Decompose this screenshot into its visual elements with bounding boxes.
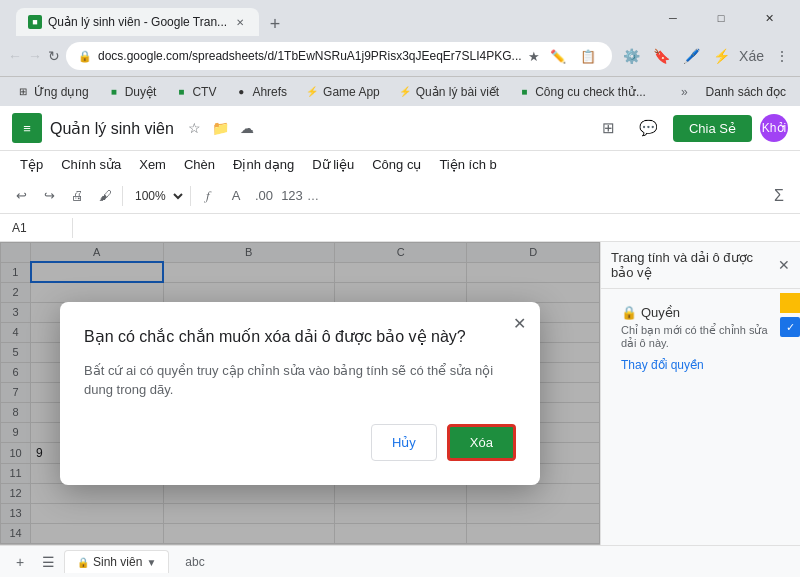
move-file-button[interactable]: 📁 bbox=[210, 117, 232, 139]
menu-dinh-dang[interactable]: Định dạng bbox=[225, 153, 302, 176]
bookmark-ahrefs[interactable]: ● Ahrefs bbox=[226, 82, 295, 102]
right-panel-body: 🔒 Quyền Chỉ bạn mới có thể chỉnh sửa dải… bbox=[601, 289, 800, 388]
address-bar[interactable]: 🔒 docs.google.com/spreadsheets/d/1TbEwNS… bbox=[66, 42, 612, 70]
toolbar-divider-2 bbox=[190, 186, 191, 206]
close-button[interactable]: ✕ bbox=[746, 0, 792, 36]
sheet-tab-sinh-vien[interactable]: 🔒 Sinh viên ▼ bbox=[64, 550, 169, 573]
zoom-select[interactable]: 100% bbox=[127, 186, 186, 206]
forward-button[interactable]: → bbox=[28, 42, 42, 70]
cloud-status-button[interactable]: ☁ bbox=[236, 117, 258, 139]
sheets-app: ≡ Quản lý sinh viên ☆ 📁 ☁ ⊞ 💬 Chia Sẻ Kh… bbox=[0, 106, 800, 577]
refresh-button[interactable]: ↻ bbox=[48, 42, 60, 70]
history-icon[interactable]: ⊞ bbox=[593, 112, 625, 144]
change-permission-link[interactable]: Thay đổi quyền bbox=[621, 358, 780, 372]
back-button[interactable]: ← bbox=[8, 42, 22, 70]
star-file-button[interactable]: ☆ bbox=[184, 117, 206, 139]
sheet-tab-abc[interactable]: abc bbox=[173, 551, 216, 573]
right-panel-title: Trang tính và dải ô được bảo vệ bbox=[611, 250, 753, 280]
address-text: docs.google.com/spreadsheets/d/1TbEwNSRu… bbox=[98, 49, 522, 63]
new-tab-button[interactable]: + bbox=[263, 12, 287, 36]
protection-label: Quyền bbox=[641, 305, 680, 320]
currency-button[interactable]: 123 bbox=[279, 183, 305, 209]
menu-du-lieu[interactable]: Dữ liệu bbox=[304, 153, 362, 176]
browser-menu-icon[interactable]: ⋮ bbox=[768, 42, 796, 70]
menu-chen[interactable]: Chèn bbox=[176, 153, 223, 176]
bookmark-cong-cu-label: Công cu check thử... bbox=[535, 85, 646, 99]
congcu-favicon: ■ bbox=[517, 85, 531, 99]
menu-chinh-sua[interactable]: Chính sửa bbox=[53, 153, 129, 176]
bookmark-quan-ly[interactable]: ⚡ Quản lý bài viết bbox=[390, 82, 507, 102]
bookmark-ctv-label: CTV bbox=[192, 85, 216, 99]
print-button[interactable]: 🖨 bbox=[64, 183, 90, 209]
bookmark-ahrefs-label: Ahrefs bbox=[252, 85, 287, 99]
cell-reference-input[interactable] bbox=[8, 219, 68, 237]
extension-icon-4[interactable]: ⚡ bbox=[708, 42, 736, 70]
dialog-title: Bạn có chắc chắn muốn xóa dải ô được bảo… bbox=[84, 326, 516, 348]
bookmark-cong-cu[interactable]: ■ Công cu check thử... bbox=[509, 82, 654, 102]
sheet-menu-button[interactable]: ☰ bbox=[36, 550, 60, 574]
file-actions: ☆ 📁 ☁ bbox=[184, 117, 258, 139]
duyet-favicon: ■ bbox=[107, 85, 121, 99]
format-number-button[interactable]: .00 bbox=[251, 183, 277, 209]
menu-tep[interactable]: Tệp bbox=[12, 153, 51, 176]
browser-toolbar-icons: ⚙️ 🔖 🖊️ ⚡ Xáe ⋮ bbox=[618, 42, 796, 70]
lock-icon: 🔒 bbox=[621, 305, 637, 320]
functions-icon[interactable]: Σ bbox=[766, 183, 792, 209]
bookmark-ctv[interactable]: ■ CTV bbox=[166, 82, 224, 102]
window-controls: ─ □ ✕ bbox=[650, 0, 792, 36]
bookmark-duyet-label: Duyệt bbox=[125, 85, 157, 99]
cancel-button[interactable]: Hủy bbox=[371, 424, 437, 461]
bookmark-star-icon[interactable]: ★ bbox=[528, 49, 540, 64]
delete-button[interactable]: Xóa bbox=[447, 424, 516, 461]
extension-icon-1[interactable]: ⚙️ bbox=[618, 42, 646, 70]
bookmark-apps[interactable]: ⊞ Ứng dụng bbox=[8, 82, 97, 102]
app-header: ≡ Quản lý sinh viên ☆ 📁 ☁ ⊞ 💬 Chia Sẻ Kh… bbox=[0, 106, 800, 151]
redo-button[interactable]: ↪ bbox=[36, 183, 62, 209]
share-button[interactable]: Chia Sẻ bbox=[673, 115, 752, 142]
copy-address-icon[interactable]: 📋 bbox=[576, 44, 600, 68]
extension-icon-3[interactable]: 🖊️ bbox=[678, 42, 706, 70]
toolbar-more-button[interactable]: … bbox=[307, 189, 319, 203]
tab-close-button[interactable]: ✕ bbox=[233, 15, 247, 29]
text-color-button[interactable]: A bbox=[223, 183, 249, 209]
menu-xem[interactable]: Xem bbox=[131, 153, 174, 176]
font-button[interactable]: 𝑓 bbox=[195, 183, 221, 209]
bookmark-apps-label: Ứng dụng bbox=[34, 85, 89, 99]
toolbar: ↩ ↪ 🖨 🖌 100% 𝑓 A .00 123 … Σ bbox=[0, 178, 800, 214]
confirm-dialog: ✕ Bạn có chắc chắn muốn xóa dải ô được b… bbox=[60, 302, 540, 484]
menu-bar: Tệp Chính sửa Xem Chèn Định dạng Dữ liệu… bbox=[0, 151, 800, 178]
format-paint-button[interactable]: 🖌 bbox=[92, 183, 118, 209]
bookmarks-more-button[interactable]: » bbox=[675, 82, 694, 102]
comments-icon[interactable]: 💬 bbox=[633, 112, 665, 144]
quanly-favicon: ⚡ bbox=[398, 85, 412, 99]
right-panel-header: Trang tính và dải ô được bảo vệ ✕ bbox=[601, 242, 800, 289]
dialog-overlay: ✕ Bạn có chắc chắn muốn xóa dải ô được b… bbox=[0, 242, 600, 545]
add-sheet-button[interactable]: + bbox=[8, 550, 32, 574]
protection-desc: Chỉ bạn mới có thể chỉnh sửa dải ô này. bbox=[621, 324, 780, 350]
apps-icon: ⊞ bbox=[16, 85, 30, 99]
bookmark-quan-ly-label: Quản lý bài viết bbox=[416, 85, 499, 99]
tab-bar: ■ Quản lý sinh viên - Google Tran... ✕ + bbox=[8, 0, 646, 36]
menu-tien-ich[interactable]: Tiện ích b bbox=[431, 153, 504, 176]
undo-button[interactable]: ↩ bbox=[8, 183, 34, 209]
formula-input[interactable] bbox=[77, 221, 792, 235]
formula-bar bbox=[0, 214, 800, 242]
restore-button[interactable]: □ bbox=[698, 0, 744, 36]
bookmark-game-app[interactable]: ⚡ Game App bbox=[297, 82, 388, 102]
dialog-body: Bất cứ ai có quyền truy cập chỉnh sửa và… bbox=[84, 361, 516, 400]
minimize-button[interactable]: ─ bbox=[650, 0, 696, 36]
bookmark-duyet[interactable]: ■ Duyệt bbox=[99, 82, 165, 102]
extension-icon-2[interactable]: 🔖 bbox=[648, 42, 676, 70]
reading-list-button[interactable]: Danh sách đọc bbox=[700, 82, 792, 102]
active-tab[interactable]: ■ Quản lý sinh viên - Google Tran... ✕ bbox=[16, 8, 259, 36]
dialog-close-button[interactable]: ✕ bbox=[513, 314, 526, 333]
header-right: ⊞ 💬 Chia Sẻ Khởi bbox=[593, 112, 788, 144]
extension-icon-5[interactable]: Xáe bbox=[738, 42, 766, 70]
user-avatar[interactable]: Khởi bbox=[760, 114, 788, 142]
bookmarks-bar: ⊞ Ứng dụng ■ Duyệt ■ CTV ● Ahrefs ⚡ Game… bbox=[0, 76, 800, 106]
formula-divider bbox=[72, 218, 73, 238]
right-panel-close-button[interactable]: ✕ bbox=[778, 257, 790, 273]
edit-address-icon[interactable]: ✏️ bbox=[546, 44, 570, 68]
protection-title: 🔒 Quyền bbox=[621, 305, 780, 320]
menu-cong-cu[interactable]: Công cụ bbox=[364, 153, 429, 176]
